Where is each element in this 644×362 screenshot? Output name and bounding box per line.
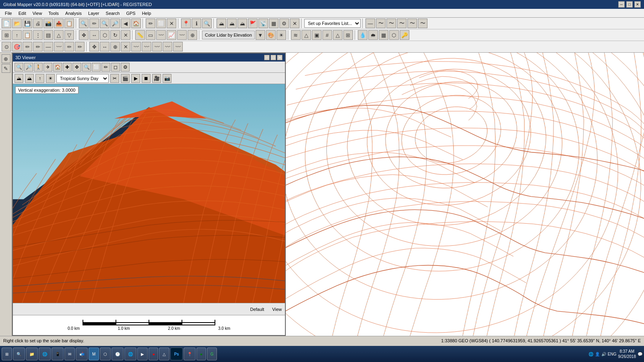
vol-btn[interactable]: △ (333, 30, 343, 40)
terrain1-btn[interactable]: ▤ (43, 30, 53, 40)
custom10-btn[interactable]: ↔ (100, 42, 109, 51)
area-btn[interactable]: ▭ (146, 30, 155, 40)
viewer-maximize[interactable]: □ (270, 55, 276, 60)
delete-btn[interactable]: ✕ (167, 19, 176, 28)
custom12-btn[interactable]: ✕ (121, 42, 130, 51)
path-btn[interactable]: 〰 (177, 30, 187, 40)
scene-icon2[interactable]: ⛰ (25, 74, 34, 83)
3d-btn[interactable]: ⬡ (389, 30, 399, 40)
mountain3-btn[interactable]: ⛰ (237, 19, 247, 28)
taskbar-app3[interactable]: ● (149, 348, 158, 360)
left-tool-1[interactable]: ⊕ (2, 54, 10, 63)
grid2-btn[interactable]: # (322, 30, 332, 40)
scene-icon1[interactable]: ⛰ (14, 74, 23, 83)
menu-help[interactable]: Help (139, 10, 155, 16)
lidar-btn[interactable]: 📡 (258, 19, 268, 28)
mountain1-btn[interactable]: ⛰ (217, 19, 226, 28)
viewer-3d-viewport[interactable]: Vertical exaggeration: 3.0000 (13, 84, 285, 303)
resize-btn[interactable]: ⬜ (156, 19, 166, 28)
custom17-btn[interactable]: 〰 (173, 42, 183, 51)
taskbar-media[interactable]: ▶ (137, 348, 148, 360)
copy-btn[interactable]: 📋 (23, 30, 32, 40)
delete2-btn[interactable]: ✕ (121, 30, 130, 40)
v3d-erase[interactable]: ◻ (111, 63, 120, 72)
menu-analysis[interactable]: Analysis (62, 10, 85, 16)
goto-btn[interactable]: 📍 (181, 19, 191, 28)
contour-btn[interactable]: ≋ (291, 30, 301, 40)
draw4-btn[interactable]: 〜 (397, 19, 407, 28)
color-btn[interactable]: 🎨 (266, 30, 276, 40)
info-btn[interactable]: ℹ (192, 19, 201, 28)
sun-btn[interactable]: ☀ (277, 30, 286, 40)
layer-dropdown-btn[interactable]: ▼ (256, 30, 265, 40)
coord-btn[interactable]: ⊕ (188, 30, 197, 40)
v3d-cursor[interactable]: ✥ (72, 63, 81, 72)
save-btn[interactable]: 💾 (23, 19, 32, 28)
left-tool-2[interactable]: ✎ (2, 64, 10, 73)
v3d-cross[interactable]: ✚ (63, 63, 72, 72)
pan-btn[interactable]: ↔ (89, 30, 99, 40)
taskbar-notification[interactable]: 💬 (638, 352, 642, 356)
taskbar-maps[interactable]: M (89, 348, 99, 360)
new-file-btn[interactable]: 📄 (2, 19, 11, 28)
rotate-btn[interactable]: ↻ (110, 30, 120, 40)
v3d-pen[interactable]: ✏ (101, 63, 110, 72)
taskbar-app4[interactable]: ● (196, 348, 206, 360)
taskbar-chrome[interactable]: 🌐 (39, 348, 51, 360)
custom15-btn[interactable]: 〰 (152, 42, 162, 51)
scene-camera[interactable]: 📷 (163, 74, 171, 83)
draw1-btn[interactable]: — (365, 19, 375, 28)
export2-btn[interactable]: 📋 (64, 19, 74, 28)
taskbar-mail[interactable]: ✉ (64, 348, 75, 360)
custom16-btn[interactable]: 〰 (163, 42, 172, 51)
menu-gps[interactable]: GPS (123, 10, 138, 16)
close-button[interactable]: ✕ (634, 1, 641, 8)
taskbar-maps2[interactable]: 📍 (184, 348, 196, 360)
scene-record[interactable]: 🎥 (152, 74, 161, 83)
scene-icon4[interactable]: ☀ (46, 74, 55, 83)
topo-btn[interactable]: ⊞ (343, 30, 353, 40)
arrow-btn[interactable]: ↑ (12, 30, 22, 40)
scene-play[interactable]: ▶ (131, 74, 140, 83)
custom5-btn[interactable]: — (43, 42, 53, 51)
terrain3-btn[interactable]: ▽ (64, 30, 74, 40)
back-btn[interactable]: ◀ (121, 19, 130, 28)
split-btn[interactable]: ⋮ (33, 30, 43, 40)
menu-tools[interactable]: Tools (45, 10, 62, 16)
export-btn[interactable]: 📤 (54, 19, 64, 28)
texture-btn[interactable]: ▦ (379, 30, 388, 40)
contour3-btn[interactable]: ▣ (312, 30, 322, 40)
custom13-btn[interactable]: 〰 (131, 42, 141, 51)
polyline-btn[interactable]: 〰 (156, 30, 166, 40)
grid-btn[interactable]: ⊞ (2, 30, 11, 40)
taskbar-photoshop[interactable]: Ps (170, 348, 182, 360)
minimize-button[interactable]: ─ (618, 1, 625, 8)
viewer-minimize[interactable]: ─ (264, 55, 270, 60)
custom4-btn[interactable]: ✏ (33, 42, 43, 51)
zoom-out-btn[interactable]: 🔎 (110, 19, 120, 28)
taskbar-app5[interactable]: G (207, 348, 217, 360)
profile-btn[interactable]: 📈 (167, 30, 176, 40)
start-button[interactable]: ⊞ (2, 348, 12, 360)
v3d-zoomin[interactable]: 🔍 (14, 63, 23, 72)
draw5-btn[interactable]: 〜 (407, 19, 417, 28)
main-map-area[interactable] (286, 53, 644, 336)
zoom-in-btn[interactable]: 🔍 (79, 19, 89, 28)
custom2-btn[interactable]: 🎯 (12, 42, 22, 51)
menu-search[interactable]: Search (103, 10, 123, 16)
terrain2-btn[interactable]: △ (54, 30, 64, 40)
layer-btn[interactable]: ▦ (269, 19, 279, 28)
custom8-btn[interactable]: ✏ (75, 42, 85, 51)
move-btn[interactable]: ✥ (79, 30, 89, 40)
menu-view[interactable]: View (29, 10, 45, 16)
v3d-walk[interactable]: 🚶 (34, 63, 43, 72)
custom6-btn[interactable]: 〰 (54, 42, 64, 51)
taskbar-app1[interactable]: ⬡ (100, 348, 111, 360)
search-btn[interactable]: 🔍 (202, 19, 212, 28)
rain-btn[interactable]: 🌧 (368, 30, 378, 40)
contour2-btn[interactable]: △ (301, 30, 311, 40)
draw3-btn[interactable]: 〜 (386, 19, 396, 28)
custom11-btn[interactable]: ⊕ (110, 42, 120, 51)
custom14-btn[interactable]: 〰 (142, 42, 151, 51)
taskbar-app2[interactable]: 🕐 (111, 348, 124, 360)
